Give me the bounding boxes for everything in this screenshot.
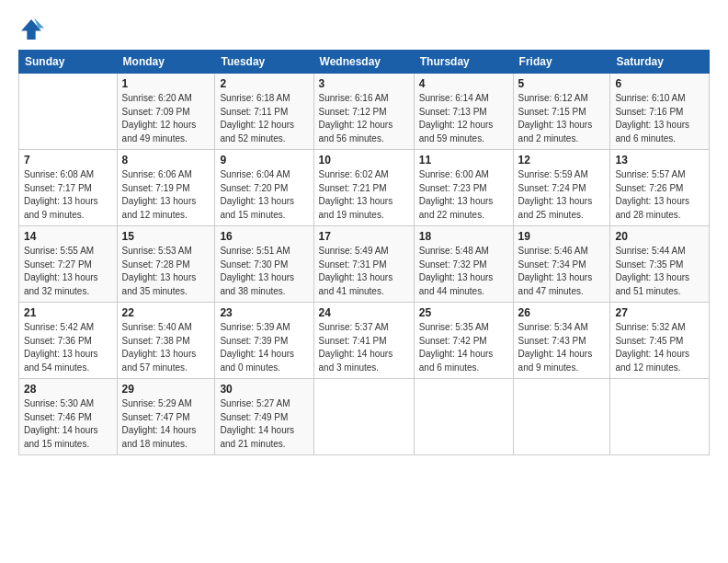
calendar: SundayMondayTuesdayWednesdayThursdayFrid…	[18, 50, 710, 455]
day-number: 23	[220, 306, 308, 319]
day-info: Sunrise: 6:14 AM Sunset: 7:13 PM Dayligh…	[419, 92, 508, 145]
day-info: Sunrise: 6:10 AM Sunset: 7:16 PM Dayligh…	[615, 92, 704, 145]
weekday-row: SundayMondayTuesdayWednesdayThursdayFrid…	[19, 51, 710, 74]
weekday-header-thursday: Thursday	[414, 51, 513, 74]
day-number: 4	[419, 77, 508, 90]
calendar-cell: 17Sunrise: 5:49 AM Sunset: 7:31 PM Dayli…	[313, 226, 414, 303]
weekday-header-sunday: Sunday	[19, 51, 118, 74]
calendar-cell	[414, 379, 513, 455]
calendar-cell: 28Sunrise: 5:30 AM Sunset: 7:46 PM Dayli…	[19, 379, 118, 455]
calendar-cell: 24Sunrise: 5:37 AM Sunset: 7:41 PM Dayli…	[313, 303, 414, 379]
day-info: Sunrise: 5:40 AM Sunset: 7:38 PM Dayligh…	[122, 321, 210, 374]
day-number: 16	[220, 230, 308, 243]
calendar-cell: 14Sunrise: 5:55 AM Sunset: 7:27 PM Dayli…	[19, 226, 118, 303]
day-number: 25	[419, 306, 508, 319]
calendar-cell: 27Sunrise: 5:32 AM Sunset: 7:45 PM Dayli…	[610, 303, 710, 379]
day-number: 14	[24, 230, 112, 243]
calendar-cell: 12Sunrise: 5:59 AM Sunset: 7:24 PM Dayli…	[513, 150, 610, 226]
day-info: Sunrise: 5:46 AM Sunset: 7:34 PM Dayligh…	[518, 245, 606, 298]
calendar-cell: 5Sunrise: 6:12 AM Sunset: 7:15 PM Daylig…	[513, 74, 610, 150]
day-info: Sunrise: 5:51 AM Sunset: 7:30 PM Dayligh…	[220, 245, 308, 298]
calendar-cell: 19Sunrise: 5:46 AM Sunset: 7:34 PM Dayli…	[513, 226, 610, 303]
weekday-header-wednesday: Wednesday	[313, 51, 414, 74]
calendar-cell: 20Sunrise: 5:44 AM Sunset: 7:35 PM Dayli…	[610, 226, 710, 303]
day-number: 5	[518, 77, 606, 90]
day-info: Sunrise: 6:12 AM Sunset: 7:15 PM Dayligh…	[518, 92, 606, 145]
calendar-cell: 25Sunrise: 5:35 AM Sunset: 7:42 PM Dayli…	[414, 303, 513, 379]
calendar-header: SundayMondayTuesdayWednesdayThursdayFrid…	[19, 51, 710, 74]
day-number: 2	[220, 77, 308, 90]
day-info: Sunrise: 5:55 AM Sunset: 7:27 PM Dayligh…	[24, 245, 112, 298]
calendar-cell: 29Sunrise: 5:29 AM Sunset: 7:47 PM Dayli…	[117, 379, 215, 455]
calendar-cell: 8Sunrise: 6:06 AM Sunset: 7:19 PM Daylig…	[117, 150, 215, 226]
weekday-header-friday: Friday	[513, 51, 610, 74]
calendar-cell: 10Sunrise: 6:02 AM Sunset: 7:21 PM Dayli…	[313, 150, 414, 226]
day-info: Sunrise: 5:34 AM Sunset: 7:43 PM Dayligh…	[518, 321, 606, 374]
day-number: 7	[24, 154, 112, 167]
calendar-cell: 9Sunrise: 6:04 AM Sunset: 7:20 PM Daylig…	[215, 150, 313, 226]
day-number: 17	[319, 230, 409, 243]
calendar-cell	[19, 74, 118, 150]
day-info: Sunrise: 5:39 AM Sunset: 7:39 PM Dayligh…	[220, 321, 308, 374]
calendar-cell: 30Sunrise: 5:27 AM Sunset: 7:49 PM Dayli…	[215, 379, 313, 455]
day-info: Sunrise: 6:00 AM Sunset: 7:23 PM Dayligh…	[419, 168, 508, 222]
day-number: 12	[518, 154, 606, 167]
day-number: 29	[122, 383, 210, 396]
calendar-cell: 4Sunrise: 6:14 AM Sunset: 7:13 PM Daylig…	[414, 74, 513, 150]
logo-icon	[18, 17, 44, 42]
weekday-header-tuesday: Tuesday	[215, 51, 313, 74]
day-number: 8	[122, 154, 210, 167]
day-number: 10	[319, 154, 409, 167]
calendar-cell: 16Sunrise: 5:51 AM Sunset: 7:30 PM Dayli…	[215, 226, 313, 303]
day-number: 6	[615, 77, 704, 90]
day-info: Sunrise: 6:08 AM Sunset: 7:17 PM Dayligh…	[24, 168, 112, 222]
calendar-week-2: 7Sunrise: 6:08 AM Sunset: 7:17 PM Daylig…	[19, 150, 710, 226]
calendar-cell: 15Sunrise: 5:53 AM Sunset: 7:28 PM Dayli…	[117, 226, 215, 303]
day-number: 20	[615, 230, 704, 243]
day-info: Sunrise: 5:30 AM Sunset: 7:46 PM Dayligh…	[24, 397, 112, 451]
day-info: Sunrise: 5:29 AM Sunset: 7:47 PM Dayligh…	[122, 397, 210, 451]
day-info: Sunrise: 5:59 AM Sunset: 7:24 PM Dayligh…	[518, 168, 606, 222]
day-number: 11	[419, 154, 508, 167]
day-info: Sunrise: 6:18 AM Sunset: 7:11 PM Dayligh…	[220, 92, 308, 145]
header	[18, 17, 710, 42]
day-number: 28	[24, 383, 112, 396]
calendar-cell: 21Sunrise: 5:42 AM Sunset: 7:36 PM Dayli…	[19, 303, 118, 379]
calendar-cell: 13Sunrise: 5:57 AM Sunset: 7:26 PM Dayli…	[610, 150, 710, 226]
day-info: Sunrise: 5:44 AM Sunset: 7:35 PM Dayligh…	[615, 245, 704, 298]
day-number: 9	[220, 154, 308, 167]
day-number: 27	[615, 306, 704, 319]
calendar-week-1: 1Sunrise: 6:20 AM Sunset: 7:09 PM Daylig…	[19, 74, 710, 150]
day-info: Sunrise: 6:04 AM Sunset: 7:20 PM Dayligh…	[220, 168, 308, 222]
day-info: Sunrise: 5:35 AM Sunset: 7:42 PM Dayligh…	[419, 321, 508, 374]
day-number: 19	[518, 230, 606, 243]
page-container: SundayMondayTuesdayWednesdayThursdayFrid…	[0, 0, 728, 465]
day-number: 26	[518, 306, 606, 319]
weekday-header-monday: Monday	[117, 51, 215, 74]
day-info: Sunrise: 6:16 AM Sunset: 7:12 PM Dayligh…	[319, 92, 409, 145]
calendar-cell: 6Sunrise: 6:10 AM Sunset: 7:16 PM Daylig…	[610, 74, 710, 150]
calendar-cell	[313, 379, 414, 455]
day-info: Sunrise: 5:37 AM Sunset: 7:41 PM Dayligh…	[319, 321, 409, 374]
day-info: Sunrise: 5:32 AM Sunset: 7:45 PM Dayligh…	[615, 321, 704, 374]
calendar-week-3: 14Sunrise: 5:55 AM Sunset: 7:27 PM Dayli…	[19, 226, 710, 303]
day-info: Sunrise: 5:27 AM Sunset: 7:49 PM Dayligh…	[220, 397, 308, 451]
day-number: 22	[122, 306, 210, 319]
day-number: 18	[419, 230, 508, 243]
calendar-cell: 3Sunrise: 6:16 AM Sunset: 7:12 PM Daylig…	[313, 74, 414, 150]
day-info: Sunrise: 6:06 AM Sunset: 7:19 PM Dayligh…	[122, 168, 210, 222]
day-number: 30	[220, 383, 308, 396]
day-info: Sunrise: 5:49 AM Sunset: 7:31 PM Dayligh…	[319, 245, 409, 298]
calendar-cell: 23Sunrise: 5:39 AM Sunset: 7:39 PM Dayli…	[215, 303, 313, 379]
calendar-cell: 11Sunrise: 6:00 AM Sunset: 7:23 PM Dayli…	[414, 150, 513, 226]
day-info: Sunrise: 6:02 AM Sunset: 7:21 PM Dayligh…	[319, 168, 409, 222]
day-number: 1	[122, 77, 210, 90]
calendar-cell: 7Sunrise: 6:08 AM Sunset: 7:17 PM Daylig…	[19, 150, 118, 226]
calendar-week-4: 21Sunrise: 5:42 AM Sunset: 7:36 PM Dayli…	[19, 303, 710, 379]
calendar-week-5: 28Sunrise: 5:30 AM Sunset: 7:46 PM Dayli…	[19, 379, 710, 455]
weekday-header-saturday: Saturday	[610, 51, 710, 74]
day-info: Sunrise: 5:57 AM Sunset: 7:26 PM Dayligh…	[615, 168, 704, 222]
day-info: Sunrise: 5:42 AM Sunset: 7:36 PM Dayligh…	[24, 321, 112, 374]
calendar-cell: 2Sunrise: 6:18 AM Sunset: 7:11 PM Daylig…	[215, 74, 313, 150]
day-number: 3	[319, 77, 409, 90]
